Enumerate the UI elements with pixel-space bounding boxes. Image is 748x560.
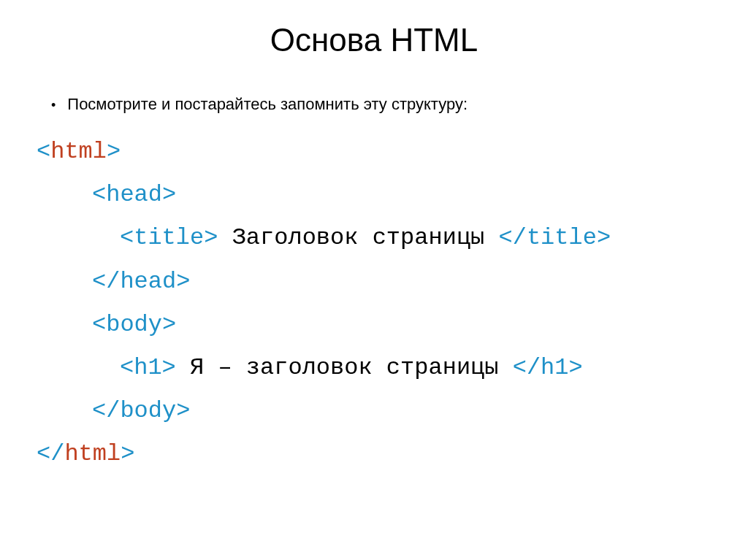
tag-title-close: title: [527, 224, 597, 251]
code-line-3: <title> Заголовок страницы </title>: [37, 216, 711, 259]
tag-title-open: title: [134, 224, 204, 251]
angle-bracket: </: [513, 354, 541, 381]
angle-bracket: </: [92, 268, 120, 295]
tag-h1-close: h1: [541, 354, 568, 381]
angle-bracket: >: [162, 311, 176, 338]
angle-bracket: >: [204, 224, 218, 251]
angle-bracket: </: [37, 440, 64, 467]
title-text-content: Заголовок страницы: [218, 224, 498, 251]
angle-bracket: <: [37, 138, 50, 165]
angle-bracket: >: [176, 268, 190, 295]
angle-bracket: >: [107, 138, 121, 165]
tag-body-close: body: [120, 397, 176, 424]
angle-bracket: <: [92, 311, 106, 338]
tag-html-close: html: [64, 440, 121, 467]
bullet-marker: •: [51, 95, 56, 115]
code-line-5: <body>: [37, 303, 711, 346]
angle-bracket: >: [162, 354, 176, 381]
tag-body-open: body: [106, 311, 162, 338]
h1-text-content: Я – заголовок страницы: [176, 354, 513, 381]
code-line-1: <html>: [37, 130, 711, 173]
bullet-text: Посмотрите и постарайтесь запомнить эту …: [67, 95, 468, 114]
code-line-6: <h1> Я – заголовок страницы </h1>: [37, 346, 711, 389]
code-line-8: </html>: [37, 432, 711, 475]
slide-container: Основа HTML • Посмотрите и постарайтесь …: [0, 0, 748, 505]
angle-bracket: >: [176, 397, 190, 424]
angle-bracket: >: [121, 440, 134, 467]
code-line-4: </head>: [37, 260, 711, 303]
slide-title: Основа HTML: [37, 22, 711, 58]
tag-html-open: html: [50, 138, 107, 165]
angle-bracket: <: [120, 354, 134, 381]
angle-bracket: </: [92, 397, 120, 424]
code-example: <html> <head> <title> Заголовок страницы…: [37, 130, 711, 476]
tag-head-open: head: [106, 181, 162, 208]
code-line-7: </body>: [37, 389, 711, 432]
tag-h1-open: h1: [134, 354, 161, 381]
angle-bracket: >: [162, 181, 176, 208]
angle-bracket: >: [597, 224, 611, 251]
angle-bracket: <: [120, 224, 134, 251]
code-line-2: <head>: [37, 173, 711, 216]
angle-bracket: >: [569, 354, 583, 381]
angle-bracket: <: [92, 181, 106, 208]
tag-head-close: head: [120, 268, 176, 295]
bullet-item: • Посмотрите и постарайтесь запомнить эт…: [37, 95, 711, 115]
angle-bracket: </: [498, 224, 526, 251]
